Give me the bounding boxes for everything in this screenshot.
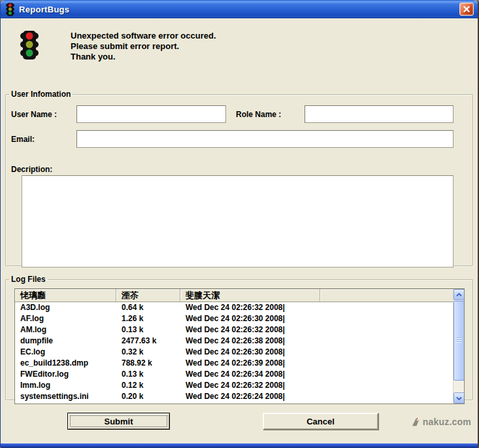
log-file-date-cell: Wed Dec 24 02:26:32 2008|: [180, 380, 320, 391]
message-line-3: Thank you.: [71, 52, 216, 62]
watermark-text: nakuz.com: [423, 417, 471, 427]
log-file-size-cell: 0.20 k: [116, 391, 180, 402]
title-bar[interactable]: ReportBugs: [1, 0, 478, 18]
error-message: Unexpected software error occured. Pleas…: [71, 29, 216, 82]
log-files-rows: A3D.log0.64 kWed Dec 24 02:26:32 2008|AF…: [15, 302, 453, 402]
window-title: ReportBugs: [19, 5, 69, 14]
log-file-date-cell: Wed Dec 24 02:26:39 2008|: [180, 358, 320, 369]
scroll-up-icon[interactable]: [454, 289, 465, 300]
user-information-legend: User Infomation: [9, 90, 73, 99]
log-file-row[interactable]: systemsettings.ini0.20 kWed Dec 24 02:26…: [15, 391, 453, 402]
role-name-input[interactable]: [305, 105, 454, 123]
log-file-row[interactable]: AM.log0.13 kWed Dec 24 02:26:32 2008|: [15, 324, 453, 336]
window-bottom-border: [1, 443, 478, 448]
log-file-name-cell: systemsettings.ini: [15, 391, 116, 402]
log-file-name-cell: dumpfile: [15, 336, 116, 347]
log-files-legend: Log Files: [9, 275, 48, 284]
close-icon: [463, 6, 470, 12]
cancel-button[interactable]: Cancel: [263, 413, 378, 430]
user-name-label: User Name :: [11, 110, 57, 119]
reportbugs-window: ReportBugs Unexpected: [0, 0, 479, 448]
log-file-name-cell: FWEditor.log: [15, 369, 116, 380]
column-header-date[interactable]: 斐膢天潔: [180, 289, 320, 302]
log-file-row[interactable]: A3D.log0.64 kWed Dec 24 02:26:32 2008|: [15, 302, 453, 313]
email-label: Email:: [11, 135, 35, 144]
log-file-date-cell: Wed Dec 24 02:26:32 2008|: [180, 302, 320, 313]
watermark: nakuz.com: [411, 417, 471, 427]
log-file-size-cell: 0.13 k: [116, 324, 180, 336]
log-file-name-cell: Imm.log: [15, 380, 116, 391]
log-file-date-cell: Wed Dec 24 02:26:34 2008|: [180, 369, 320, 380]
log-file-size-cell: 1.26 k: [116, 313, 180, 324]
log-file-size-cell: 0.32 k: [116, 347, 180, 358]
submit-button[interactable]: Submit: [67, 413, 170, 430]
log-file-row[interactable]: Imm.log0.12 kWed Dec 24 02:26:32 2008|: [15, 380, 453, 391]
log-file-size-cell: 788.92 k: [116, 358, 180, 369]
scrollbar-thumb[interactable]: [454, 301, 465, 381]
log-files-listview: 恅璃廱 湮苶 斐膢天潔 A3D.log0.64 kWed Dec 24 02:2…: [14, 288, 465, 404]
log-file-date-cell: Wed Dec 24 02:26:38 2008|: [180, 336, 320, 347]
log-file-date-cell: Wed Dec 24 02:26:24 2008|: [180, 391, 320, 402]
log-file-date-cell: Wed Dec 24 02:26:30 2008|: [180, 313, 320, 324]
scroll-down-icon[interactable]: [454, 392, 465, 404]
log-file-name-cell: A3D.log: [15, 302, 116, 313]
column-header-filler: [320, 289, 464, 302]
log-file-name-cell: EC.log: [15, 347, 116, 358]
log-file-row[interactable]: FWEditor.log0.13 kWed Dec 24 02:26:34 20…: [15, 369, 453, 380]
traffic-light-icon: [5, 3, 15, 16]
log-file-size-cell: 0.13 k: [116, 369, 180, 380]
log-file-row[interactable]: AF.log1.26 kWed Dec 24 02:26:30 2008|: [15, 313, 453, 324]
log-file-row[interactable]: EC.log0.32 kWed Dec 24 02:26:30 2008|: [15, 347, 453, 358]
vertical-scrollbar[interactable]: [453, 289, 464, 404]
user-information-group: User Infomation User Name : Role Name : …: [5, 90, 473, 266]
log-file-name-cell: AF.log: [15, 313, 116, 324]
user-name-input[interactable]: [76, 105, 226, 123]
log-file-row[interactable]: dumpfile2477.63 kWed Dec 24 02:26:38 200…: [15, 336, 453, 347]
scrollbar-grip: [457, 337, 461, 343]
button-row: Submit Cancel nakuz.com: [5, 411, 473, 435]
email-input[interactable]: [76, 130, 454, 148]
message-line-1: Unexpected software error occured.: [71, 31, 216, 41]
log-file-size-cell: 0.64 k: [116, 302, 180, 313]
log-file-name-cell: AM.log: [15, 324, 116, 336]
column-header-size[interactable]: 湮苶: [116, 289, 180, 302]
message-line-2: Please submit error report.: [71, 41, 216, 52]
log-file-date-cell: Wed Dec 24 02:26:32 2008|: [180, 324, 320, 336]
log-file-row[interactable]: ec_build1238.dmp788.92 kWed Dec 24 02:26…: [15, 358, 453, 369]
role-name-label: Role Name :: [236, 110, 281, 119]
dialog-content: Unexpected software error occured. Pleas…: [1, 18, 478, 443]
log-files-group: Log Files 恅璃廱 湮苶 斐膢天潔 A3D.log0.64 kWed D…: [5, 275, 473, 400]
log-file-size-cell: 2477.63 k: [116, 336, 180, 347]
log-file-name-cell: ec_build1238.dmp: [15, 358, 116, 369]
message-row: Unexpected software error occured. Pleas…: [19, 29, 473, 82]
traffic-light-icon: [19, 30, 40, 82]
nakuz-bird-icon: [411, 417, 421, 427]
log-files-header: 恅璃廱 湮苶 斐膢天潔: [15, 289, 464, 302]
description-label: Decription:: [11, 165, 52, 174]
close-button[interactable]: [459, 3, 474, 16]
log-file-size-cell: 0.12 k: [116, 380, 180, 391]
log-file-date-cell: Wed Dec 24 02:26:30 2008|: [180, 347, 320, 358]
column-header-filename[interactable]: 恅璃廱: [15, 289, 116, 302]
description-textarea[interactable]: [22, 175, 454, 267]
